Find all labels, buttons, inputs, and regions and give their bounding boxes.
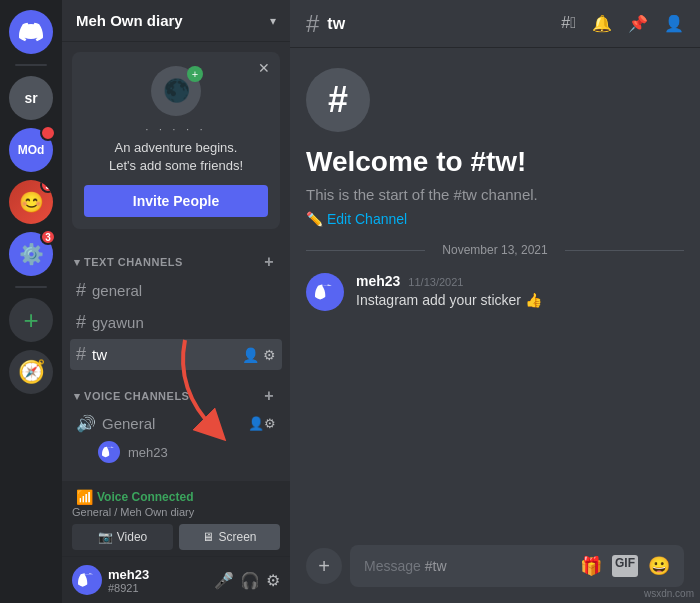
channel-hash-icon: # <box>306 10 319 38</box>
voice-connected-server: General / Meh Own diary <box>72 506 280 518</box>
chat-header: # tw #⃣ 🔔 📌 👤 <box>290 0 700 48</box>
chat-header-icons: #⃣ 🔔 📌 👤 <box>561 14 684 33</box>
server-icon-sr[interactable]: sr <box>9 76 53 120</box>
headphones-icon[interactable]: 🎧 <box>240 571 260 590</box>
user-settings-icon[interactable]: ⚙ <box>266 571 280 590</box>
chat-input-container: + Message #tw 🎁 GIF 😀 <box>290 545 700 603</box>
pin-icon[interactable]: 📌 <box>628 14 648 33</box>
meh23-avatar-small <box>98 441 120 463</box>
voice-connected-bar: 📶 Voice Connected General / Meh Own diar… <box>62 481 290 556</box>
add-member-icon[interactable]: 👤 <box>242 347 259 363</box>
channel-header-name: tw <box>327 15 345 33</box>
speaker-icon: 🔊 <box>76 414 96 433</box>
message-timestamp: 11/13/2021 <box>408 276 463 288</box>
microphone-icon[interactable]: 🎤 <box>214 571 234 590</box>
user-discriminator: #8921 <box>108 582 208 594</box>
invite-people-button[interactable]: Invite People <box>84 185 268 217</box>
add-server-button[interactable]: + <box>9 298 53 342</box>
screen-icon: 🖥 <box>202 530 214 544</box>
video-button[interactable]: 📷 Video <box>72 524 173 550</box>
add-icon: + <box>187 66 203 82</box>
chat-input-icons: 🎁 GIF 😀 <box>580 555 670 577</box>
text-channels-section: ▾ TEXT CHANNELS + # general # gyawun # t… <box>62 237 290 371</box>
voice-connected-status: 📶 Voice Connected <box>72 489 280 505</box>
settings-icon[interactable]: ⚙ <box>263 347 276 363</box>
voice-add-member-icon[interactable]: 👤 <box>248 416 264 431</box>
notification-icon[interactable]: 🔔 <box>592 14 612 33</box>
threads-icon[interactable]: #⃣ <box>561 14 576 33</box>
server-header[interactable]: Meh Own diary ▾ <box>62 0 290 42</box>
avatar4-badge: 3 <box>40 229 56 245</box>
text-channels-category[interactable]: ▾ TEXT CHANNELS + <box>70 237 282 275</box>
video-icon: 📷 <box>98 530 113 544</box>
explore-button[interactable]: 🧭 <box>9 350 53 394</box>
welcome-icon: # <box>306 68 370 132</box>
invite-avatar: 🌑 + <box>151 66 201 116</box>
message-username: meh23 <box>356 273 400 289</box>
channel-tw-actions: 👤 ⚙ <box>242 347 276 363</box>
message-avatar <box>306 273 344 311</box>
server-divider2 <box>15 286 47 288</box>
channel-sidebar: Meh Own diary ▾ ✕ 🌑 + · · · · · An adven… <box>62 0 290 603</box>
channel-general[interactable]: # general <box>70 275 282 306</box>
add-text-channel-button[interactable]: + <box>264 253 274 271</box>
voice-settings-icon[interactable]: ⚙ <box>264 416 276 431</box>
chat-input-placeholder[interactable]: Message #tw <box>364 558 580 574</box>
voice-channels-section: ▾ VOICE CHANNELS + 🔊 General 👤 ⚙ meh23 <box>62 371 290 465</box>
screen-button[interactable]: 🖥 Screen <box>179 524 280 550</box>
hash-icon: # <box>76 344 86 365</box>
invite-card: ✕ 🌑 + · · · · · An adventure begins. Let… <box>72 52 280 229</box>
gif-icon[interactable]: GIF <box>612 555 638 577</box>
voice-channels-category[interactable]: ▾ VOICE CHANNELS + <box>70 371 282 409</box>
decorative-dots: · · · · · <box>84 124 268 135</box>
server-bar: sr MOd 😊 9 ⚙️ 3 + 🧭 <box>0 0 62 603</box>
avatar <box>72 565 102 595</box>
welcome-desc: This is the start of the #tw channel. <box>306 186 684 203</box>
message-row: meh23 11/13/2021 Instagram add your stic… <box>306 273 684 311</box>
message-text: Instagram add your sticker 👍 <box>356 291 684 311</box>
message-content: meh23 11/13/2021 Instagram add your stic… <box>356 273 684 311</box>
invite-card-text: An adventure begins. Let's add some frie… <box>84 139 268 175</box>
user-controls: 🎤 🎧 ⚙ <box>214 571 280 590</box>
gift-icon[interactable]: 🎁 <box>580 555 602 577</box>
voice-controls: 📷 Video 🖥 Screen <box>72 524 280 550</box>
server-icon-mo[interactable]: MOd <box>9 128 53 172</box>
channel-tw[interactable]: # tw 👤 ⚙ <box>70 339 282 370</box>
avatar3-badge: 9 <box>40 180 53 193</box>
username: meh23 <box>108 567 208 582</box>
chat-input-box[interactable]: Message #tw 🎁 GIF 😀 <box>350 545 684 587</box>
welcome-title: Welcome to #tw! <box>306 146 684 178</box>
voice-member-meh23: meh23 <box>70 439 282 465</box>
watermark: wsxdn.com <box>644 588 694 599</box>
main-content: # tw #⃣ 🔔 📌 👤 # Welcome to #tw! This is … <box>290 0 700 603</box>
chat-body: # Welcome to #tw! This is the start of t… <box>290 48 700 545</box>
server-icon-avatar3[interactable]: 😊 9 <box>9 180 53 224</box>
discord-icon[interactable] <box>9 10 53 54</box>
add-attachment-button[interactable]: + <box>306 548 342 584</box>
mo-badge <box>40 125 56 141</box>
user-bar: meh23 #8921 🎤 🎧 ⚙ <box>62 556 290 603</box>
members-icon[interactable]: 👤 <box>664 14 684 33</box>
add-voice-channel-button[interactable]: + <box>264 387 274 405</box>
server-icon-avatar4[interactable]: ⚙️ 3 <box>9 232 53 276</box>
date-divider: November 13, 2021 <box>306 243 684 257</box>
pencil-icon: ✏️ <box>306 211 323 227</box>
voice-connected-section: 📶 Voice Connected General / Meh Own diar… <box>62 481 290 603</box>
hash-icon: # <box>76 280 86 301</box>
server-divider <box>15 64 47 66</box>
close-icon[interactable]: ✕ <box>258 60 270 76</box>
sticker-icon[interactable]: 😀 <box>648 555 670 577</box>
user-info: meh23 #8921 <box>108 567 208 594</box>
edit-channel-link[interactable]: ✏️ Edit Channel <box>306 211 684 227</box>
hash-icon: # <box>76 312 86 333</box>
server-name: Meh Own diary <box>76 12 183 29</box>
channel-gyawun[interactable]: # gyawun <box>70 307 282 338</box>
message-header: meh23 11/13/2021 <box>356 273 684 289</box>
voice-channel-general[interactable]: 🔊 General 👤 ⚙ <box>70 409 282 438</box>
chevron-down-icon: ▾ <box>270 14 276 28</box>
